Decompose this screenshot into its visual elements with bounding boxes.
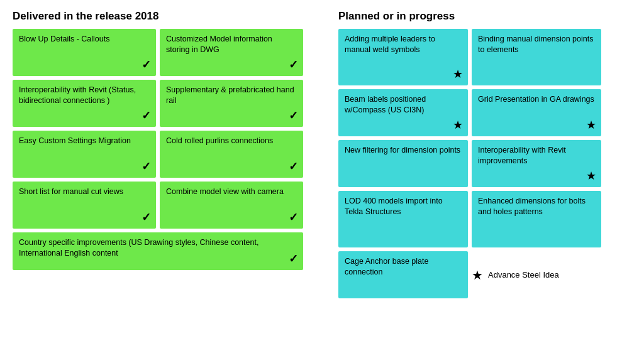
card-cold-rolled: Cold rolled purlins connections ✓	[160, 131, 303, 178]
card-grid-presentation: Grid Presentation in GA drawings ★	[472, 89, 601, 136]
card-beam-labels-text: Beam labels positioned w/Compass (US CI3…	[345, 94, 462, 116]
card-supplementary: Supplementary & prefabricated hand rail …	[160, 80, 303, 127]
card-lod400: LOD 400 models import into Tekla Structu…	[338, 191, 468, 247]
legend-container: ★ Advance Steel Idea	[472, 251, 601, 298]
card-lod400-text: LOD 400 models import into Tekla Structu…	[345, 196, 462, 217]
card-customized-model: Customized Model information storing in …	[160, 29, 303, 76]
card-easy-custom-text: Easy Custom Settings Migration	[19, 136, 131, 146]
card-blow-up-text: Blow Up Details - Callouts	[19, 34, 110, 45]
card-easy-custom: Easy Custom Settings Migration ✓	[13, 131, 156, 178]
checkmark-1: ✓	[142, 57, 151, 72]
card-country-specific-text: Country specific improvements (US Drawin…	[19, 237, 297, 259]
checkmark-8: ✓	[289, 210, 298, 225]
checkmark-9: ✓	[289, 251, 298, 266]
card-blow-up: Blow Up Details - Callouts ✓	[13, 29, 156, 76]
checkmark-3: ✓	[142, 108, 151, 123]
star-4: ★	[586, 117, 596, 133]
card-cold-rolled-text: Cold rolled purlins connections	[166, 136, 273, 146]
planned-grid: Adding multiple leaders to manual weld s…	[338, 29, 625, 298]
checkmark-4: ✓	[289, 108, 298, 123]
card-combine-model-text: Combine model view with camera	[166, 187, 284, 197]
checkmark-7: ✓	[142, 210, 151, 225]
card-interop-revit-text: Interoperability with Revit (Status, bid…	[19, 85, 150, 106]
checkmark-2: ✓	[289, 57, 298, 72]
delivered-grid: Blow Up Details - Callouts ✓ Customized …	[13, 29, 313, 270]
legend-star-icon: ★	[472, 268, 483, 283]
card-cage-anchor: Cage Anchor base plate connection	[338, 251, 468, 298]
card-beam-labels: Beam labels positioned w/Compass (US CI3…	[338, 89, 468, 136]
card-interop-revit: Interoperability with Revit (Status, bid…	[13, 80, 156, 127]
card-interop-revit-improvements: Interoperability with Revit improvements…	[472, 140, 601, 187]
card-binding-manual-text: Binding manual dimension points to eleme…	[478, 34, 595, 55]
planned-section: Planned or in progress Adding multiple l…	[338, 10, 625, 298]
card-adding-multiple: Adding multiple leaders to manual weld s…	[338, 29, 468, 85]
card-short-list-text: Short list for manual cut views	[19, 187, 123, 197]
delivered-section: Delivered in the release 2018 Blow Up De…	[13, 10, 313, 298]
card-new-filtering: New filtering for dimension points	[338, 140, 468, 187]
card-enhanced-dimensions-text: Enhanced dimensions for bolts and holes …	[478, 196, 595, 217]
card-interop-revit-improvements-text: Interoperability with Revit improvements	[478, 145, 595, 166]
card-adding-multiple-text: Adding multiple leaders to manual weld s…	[345, 34, 462, 55]
card-grid-presentation-text: Grid Presentation in GA drawings	[478, 94, 594, 105]
card-supplementary-text: Supplementary & prefabricated hand rail	[166, 85, 297, 106]
card-short-list: Short list for manual cut views ✓	[13, 182, 156, 229]
card-new-filtering-text: New filtering for dimension points	[345, 145, 460, 156]
star-1: ★	[453, 67, 463, 82]
card-customized-model-text: Customized Model information storing in …	[166, 34, 297, 55]
star-3: ★	[453, 117, 463, 133]
star-6: ★	[586, 168, 596, 183]
card-enhanced-dimensions: Enhanced dimensions for bolts and holes …	[472, 191, 601, 247]
checkmark-5: ✓	[142, 159, 151, 174]
delivered-title: Delivered in the release 2018	[13, 10, 313, 23]
card-country-specific: Country specific improvements (US Drawin…	[13, 232, 303, 270]
card-binding-manual: Binding manual dimension points to eleme…	[472, 29, 601, 85]
legend-label: Advance Steel Idea	[488, 270, 559, 279]
card-combine-model: Combine model view with camera ✓	[160, 182, 303, 229]
checkmark-6: ✓	[289, 159, 298, 174]
planned-title: Planned or in progress	[338, 10, 625, 23]
card-cage-anchor-text: Cage Anchor base plate connection	[345, 256, 462, 278]
